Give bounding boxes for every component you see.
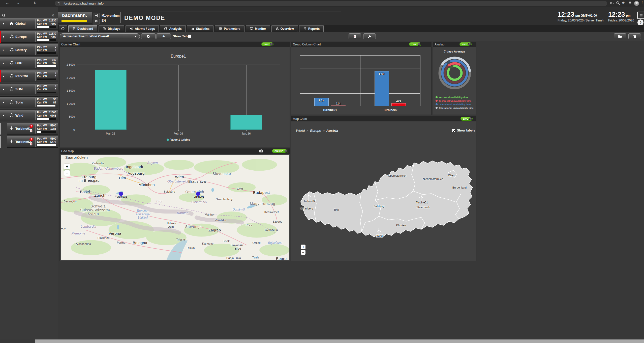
browser-reload-icon[interactable]: ↻: [32, 1, 38, 5]
tab-info[interactable]: [59, 25, 67, 32]
address-bar[interactable]: forsitescada.bachmann.info: [55, 1, 607, 6]
collapse-arrow-icon[interactable]: ▼: [0, 110, 7, 121]
active-dashboard-select[interactable]: Active dashboard: Wind Overall ▼: [60, 33, 140, 39]
sidebar-item-chp[interactable]: ►CHPPot. kW540Cur. kW537: [0, 57, 58, 69]
language-bubble-icon[interactable]: [93, 19, 100, 24]
y-tick-label: 2 000k: [60, 76, 75, 79]
divider: [36, 45, 36, 55]
camera-icon[interactable]: [259, 149, 263, 154]
power-info: Pot. kW11630Cur. kW7390: [37, 19, 56, 28]
sidebar-item-wind[interactable]: ▼WindPot. kW11000Cur. kW6766: [0, 110, 58, 121]
tab-parameters[interactable]: Parameters: [215, 25, 244, 32]
counter-bar-1: [95, 70, 127, 130]
geo-label: Österreich: [186, 190, 204, 194]
browser-menu-icon[interactable]: ⋮: [640, 1, 644, 5]
cur-line: Cur. kW7390: [37, 35, 56, 39]
expand-arrow-icon[interactable]: ►: [0, 57, 7, 69]
document-icon[interactable]: [30, 129, 33, 134]
sidebar-item-parkctrl[interactable]: ►ParkCtrlPot. kW0Cur. kW0: [0, 70, 58, 82]
tab-label: Analysis: [169, 27, 181, 31]
power-info: Pot. kW540Cur. kW537: [37, 58, 56, 67]
tab-analysis[interactable]: Analysis: [160, 25, 186, 32]
browser-forward-icon[interactable]: →: [15, 1, 21, 5]
geo-label: Suisse/Svizzera/: [80, 208, 110, 212]
counter-live-toggle[interactable]: LIVE: [261, 42, 273, 46]
collapse-arrow-icon[interactable]: ▼: [0, 31, 7, 42]
show-labels-checkbox[interactable]: [452, 129, 455, 132]
expand-arrow-icon[interactable]: ►: [0, 70, 7, 82]
breadcrumb-world[interactable]: World: [296, 129, 305, 133]
zoom-icon[interactable]: [616, 1, 620, 6]
geo-zoom-out-button[interactable]: −: [64, 170, 70, 176]
tab-alarms-logs[interactable]: Alarms / Logs: [126, 25, 159, 32]
pot-label: Pot. kW: [37, 32, 47, 35]
sidebar-item-battery[interactable]: ►BatteryPot. kW0Cur. kW0: [0, 44, 58, 56]
geo-zoom-in-button[interactable]: +: [64, 164, 70, 169]
tab-reports[interactable]: Reports: [299, 25, 324, 32]
tab-overview[interactable]: Overview: [271, 25, 298, 32]
map-zoom-in-button[interactable]: +: [301, 245, 305, 249]
passkey-icon[interactable]: [610, 1, 614, 6]
tab-displays[interactable]: Displays: [99, 25, 124, 32]
collapse-arrow-icon[interactable]: ▼: [0, 18, 7, 29]
help-badge-icon[interactable]: ?: [29, 138, 33, 141]
help-badge-icon[interactable]: ?: [29, 124, 33, 128]
language-label[interactable]: EN: [102, 19, 106, 22]
map-zoom-out-button[interactable]: −: [301, 250, 305, 255]
availability-live-toggle[interactable]: LIVE: [459, 42, 472, 46]
pot-line: Pot. kW0: [37, 71, 56, 75]
geo-label: Banja Luka: [226, 256, 241, 259]
breadcrumb-austria[interactable]: Austria: [326, 129, 338, 133]
expand-arrow-icon[interactable]: ►: [0, 97, 7, 108]
tab-statistics[interactable]: Statistics: [187, 25, 213, 32]
show-tabs-checkbox[interactable]: [188, 35, 191, 38]
tab-monitor[interactable]: Monitor: [246, 25, 270, 32]
login-icon[interactable]: [93, 13, 100, 18]
cur-value: 0: [55, 48, 56, 52]
sidebar-item-turbine02[interactable]: Turbine02?Pot. kW5500Cur. kW5478: [7, 136, 58, 148]
extensions-icon[interactable]: [628, 1, 632, 6]
availability-panel: Availab LIVE 7-days Average Technical av…: [433, 42, 476, 115]
site-settings-icon[interactable]: [57, 2, 60, 5]
group-live-toggle[interactable]: LIVE: [409, 42, 421, 46]
horizontal-scrollbar[interactable]: [35, 339, 644, 343]
map-live-toggle[interactable]: LIVE: [461, 117, 473, 121]
turbine-label-turbine01: Turbine01: [416, 201, 428, 204]
cur-line: Cur. kW0: [37, 48, 56, 52]
legend-dot: [436, 96, 438, 98]
document-icon[interactable]: [30, 142, 33, 147]
browser-back-icon[interactable]: ←: [5, 1, 10, 5]
sidebar-item-solar[interactable]: ►SolarPot. kW90Cur. kW87: [0, 96, 58, 108]
configure-wrench-button[interactable]: [363, 33, 376, 39]
sidebar-item-shm[interactable]: ►SHMPot. kW0Cur. kW0: [0, 83, 58, 95]
austria-regions: [298, 159, 474, 243]
sidebar-item-turbine01[interactable]: Turbine01?Pot. kW5500Cur. kW1288: [7, 123, 58, 135]
delete-trash-button[interactable]: [628, 33, 641, 39]
bookmark-star-icon[interactable]: ★: [622, 1, 625, 5]
dashboard-settings-button[interactable]: [141, 33, 156, 39]
tab-dashboard[interactable]: Dashboard: [68, 25, 97, 32]
breadcrumb-europe[interactable]: Europe: [310, 129, 321, 133]
export-report-button[interactable]: [349, 33, 361, 39]
open-folder-button[interactable]: [614, 33, 626, 39]
sidebar-item-global[interactable]: ▼GlobalPot. kW11630Cur. kW7390: [0, 18, 58, 30]
sidebar-item-europe[interactable]: ▼EuropePot. kW11630Cur. kW7390: [0, 31, 58, 43]
austria-map[interactable]: OberösterreichNiederösterreichWienBurgen…: [298, 159, 474, 243]
pot-line: Pot. kW5500: [37, 124, 56, 127]
show-labels-label: Show labels: [457, 129, 475, 132]
divider: [36, 98, 36, 107]
bachmann-logo[interactable]: bachmann.: [57, 12, 92, 24]
expand-arrow-icon[interactable]: ►: [0, 44, 7, 56]
profile-avatar[interactable]: [634, 1, 639, 6]
geo-map-canvas[interactable]: SaarbrückenKarlsruheBaden-WürttembergIng…: [61, 155, 289, 260]
hamburger-menu-icon[interactable]: [637, 12, 644, 19]
geo-online-toggle[interactable]: ONLINE: [272, 149, 288, 153]
search-clear-icon[interactable]: ✕: [51, 13, 54, 17]
help-button[interactable]: ?: [637, 19, 643, 25]
add-dashboard-button[interactable]: +: [157, 33, 171, 39]
bar-value-label: 114: [336, 102, 341, 105]
availability-legend-item: Technical Unavailability time: [436, 99, 474, 102]
pot-label: Pot. kW: [37, 45, 47, 48]
cur-label: Cur. kW: [37, 88, 47, 91]
expand-arrow-icon[interactable]: ►: [0, 84, 7, 95]
